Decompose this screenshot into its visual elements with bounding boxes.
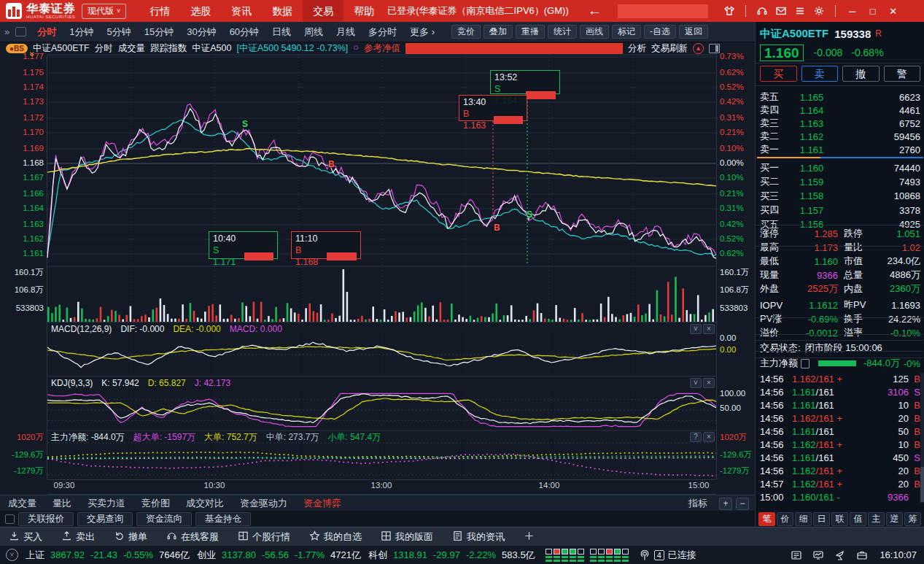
indicator-tab-3[interactable]: 竞价图: [133, 497, 178, 510]
trade-refresh-link[interactable]: 交易刷新: [651, 42, 688, 55]
satellite-icon[interactable]: [834, 550, 846, 560]
collapse-sidebar-icon[interactable]: »: [4, 26, 9, 37]
tick-tab-主[interactable]: 主: [868, 512, 885, 526]
indicator-tab-5[interactable]: 资金驱动力: [232, 497, 295, 510]
panel-layout-icon[interactable]: [709, 44, 720, 53]
action-button-7[interactable]: 返回: [679, 25, 708, 39]
action-button-4[interactable]: 画线: [580, 25, 609, 39]
toolbar-item-买入[interactable]: 买入: [9, 530, 42, 544]
bid-row-2[interactable]: 买二1.1597493: [760, 175, 920, 188]
monitor-icon[interactable]: [812, 550, 824, 560]
ask-row-4[interactable]: 卖四1.1644461: [760, 104, 920, 117]
period-tab-2[interactable]: 5分钟: [100, 23, 137, 42]
refresh-icon[interactable]: ▲: [693, 43, 704, 54]
secondary-tab-2[interactable]: 资金流向: [136, 512, 192, 526]
scroll-chevrons-icon[interactable]: »: [27, 52, 37, 55]
settings-gear-icon[interactable]: [810, 0, 828, 22]
tick-tab-逆[interactable]: 逆: [886, 512, 903, 526]
toolbar-item-在线客服[interactable]: 在线客服: [166, 530, 219, 544]
money-help-icon[interactable]: ?: [690, 432, 702, 442]
tick-tab-细[interactable]: 细: [795, 512, 812, 526]
menu-item-1[interactable]: 选股: [180, 0, 221, 22]
period-tab-8[interactable]: 月线: [330, 23, 362, 42]
action-button-0[interactable]: 竞价: [451, 25, 481, 39]
trade-button-买[interactable]: 买: [760, 66, 797, 82]
tick-tab-筹[interactable]: 筹: [904, 512, 921, 526]
news-panel-icon[interactable]: [791, 550, 802, 560]
ask-row-1[interactable]: 卖一1.1612760: [760, 143, 920, 156]
indicator-button[interactable]: 指标: [680, 497, 715, 510]
menu-item-4[interactable]: 交易: [303, 0, 343, 22]
login-status[interactable]: 已登录(华泰证券（南京电信二IPV6）(GM)): [387, 4, 568, 18]
remove-indicator-button[interactable]: −: [736, 498, 749, 510]
theme-icon[interactable]: [720, 0, 739, 22]
add-indicator-button[interactable]: +: [719, 498, 732, 510]
action-button-2[interactable]: 重播: [516, 25, 545, 39]
menu-item-0[interactable]: 行情: [139, 0, 180, 22]
toolbar-item-个股行情[interactable]: 个股行情: [238, 530, 290, 544]
money-close-icon[interactable]: ×: [703, 432, 715, 442]
period-tab-0[interactable]: 分时: [31, 23, 63, 42]
tick-tab-值[interactable]: 值: [850, 512, 866, 526]
toolbar-item-撤单[interactable]: 撤单: [114, 530, 147, 544]
tick-tab-日[interactable]: 日: [813, 512, 830, 526]
toolbar-item-我的资讯[interactable]: 我的资讯: [452, 530, 505, 544]
action-button-5[interactable]: 标记: [612, 25, 641, 39]
period-tab-7[interactable]: 周线: [298, 23, 330, 42]
bid-row-3[interactable]: 买三1.15810868: [760, 190, 920, 203]
back-icon[interactable]: ←: [588, 3, 602, 19]
panel-toggle-icon[interactable]: [15, 27, 26, 36]
secondary-tab-0[interactable]: 关联报价: [18, 512, 74, 526]
ask-row-2[interactable]: 卖二1.16259456: [760, 130, 920, 143]
indicator-tab-6[interactable]: 资金博弈: [295, 497, 349, 510]
menu-item-5[interactable]: 帮助: [343, 0, 384, 22]
period-tab-3[interactable]: 15分钟: [138, 23, 180, 42]
indicator-tab-2[interactable]: 买卖力道: [79, 497, 133, 510]
trade-button-警[interactable]: 警: [884, 66, 921, 82]
market-heatmap[interactable]: [546, 549, 629, 562]
period-tab-6[interactable]: 日线: [265, 23, 298, 42]
menu-item-2[interactable]: 资讯: [221, 0, 262, 22]
ask-row-5[interactable]: 卖五1.1656623: [760, 90, 920, 104]
tick-tab-联[interactable]: 联: [831, 512, 848, 526]
briefcase-icon[interactable]: [856, 550, 868, 560]
tick-tab-价[interactable]: 价: [777, 512, 793, 526]
macd-close-icon[interactable]: ×: [703, 324, 715, 334]
menu-item-3[interactable]: 数据: [262, 0, 303, 22]
maximize-button[interactable]: □: [863, 0, 883, 22]
tick-tab-笔[interactable]: 笔: [758, 512, 775, 526]
period-tab-9[interactable]: 多分时: [362, 23, 403, 42]
kdj-close-icon[interactable]: ×: [703, 378, 715, 388]
kdj-collapse-icon[interactable]: ˅: [690, 378, 702, 388]
period-tab-5[interactable]: 60分钟: [223, 23, 265, 42]
close-button[interactable]: ✕: [883, 0, 904, 22]
support-headset-icon[interactable]: [753, 0, 772, 22]
connection-slot[interactable]: 4: [654, 550, 664, 560]
period-tab-10[interactable]: 更多 ›: [403, 23, 441, 42]
indicator-tab-4[interactable]: 成交对比: [178, 497, 232, 510]
action-button-6[interactable]: -自选: [644, 25, 676, 39]
bid-row-1[interactable]: 买一1.16074440: [760, 161, 920, 174]
bid-row-4[interactable]: 买四1.1573378: [760, 204, 920, 217]
toolbar-item-我的自选[interactable]: 我的自选: [309, 530, 362, 544]
ask-row-3[interactable]: 卖三1.1636752: [760, 117, 920, 130]
menu-list-icon[interactable]: [791, 0, 810, 22]
toolbar-item-卖出[interactable]: 卖出: [61, 530, 95, 544]
toolbar-add-button[interactable]: [524, 530, 535, 544]
macd-collapse-icon[interactable]: ˅: [690, 324, 702, 334]
trade-button-卖[interactable]: 卖: [801, 66, 839, 82]
action-button-1[interactable]: 叠加: [484, 25, 513, 39]
search-input[interactable]: [618, 4, 708, 18]
secondary-tab-3[interactable]: 基金持仓: [195, 512, 251, 526]
period-tab-4[interactable]: 30分钟: [180, 23, 222, 42]
toolbar-item-我的版面[interactable]: 我的版面: [381, 530, 433, 544]
minimize-button[interactable]: ─: [842, 0, 863, 22]
version-dropdown[interactable]: 现代版 ˅: [82, 4, 126, 19]
mail-icon[interactable]: [772, 0, 791, 22]
market-overview-icon[interactable]: ˅: [6, 549, 18, 561]
indicator-tab-1[interactable]: 量比: [44, 497, 79, 510]
trade-button-撤[interactable]: 撤: [842, 66, 880, 82]
indicator-tab-0[interactable]: 成交量: [0, 497, 44, 510]
bs-badge[interactable]: ●BS: [6, 44, 28, 53]
period-tab-1[interactable]: 1分钟: [63, 23, 100, 42]
